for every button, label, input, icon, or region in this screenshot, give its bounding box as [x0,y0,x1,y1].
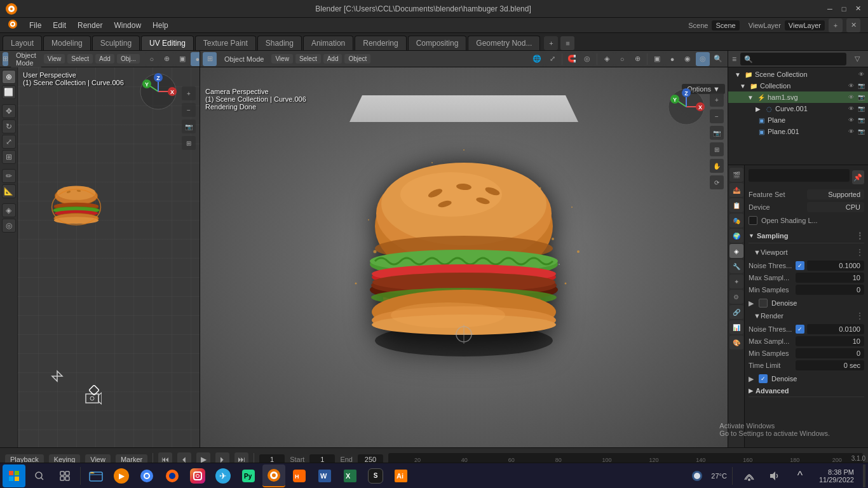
advanced-section-header[interactable]: ▶ Advanced [749,385,864,397]
collection-visibility-icon[interactable]: 👁 [846,81,855,90]
left-view-menu[interactable]: View [44,54,65,64]
taskbar-telegram-button[interactable]: ✈ [212,464,234,487]
render-menu-icon[interactable]: ⋮ [855,311,864,321]
left-object-mode-dropdown[interactable]: Object Mode [11,51,41,68]
properties-pin-icon[interactable]: 📌 [852,170,864,184]
render-min-samples-value[interactable]: 0 [796,348,864,358]
render-camera-view-icon[interactable]: 📷 [710,126,724,140]
taskbar-houdini-button[interactable]: H [288,464,311,487]
center-select-menu[interactable]: Select [295,54,321,64]
curve001-render-icon[interactable]: 📷 [857,104,865,113]
taskbar-chevron-icon[interactable]: ^ [789,464,811,487]
render-orbit-icon[interactable]: ⟳ [710,175,724,189]
tab-uv-editing[interactable]: UV Editing [141,36,194,50]
viewport-subsection-header[interactable]: ▼ Viewport ⋮ [749,246,864,259]
taskbar-firefox-button[interactable] [161,464,184,487]
max-samples-value[interactable]: 10 [796,273,864,283]
center-object-menu[interactable]: Object [344,54,370,64]
prop-data-icon[interactable]: 📊 [729,320,743,334]
collection-render-icon[interactable]: 📷 [857,81,865,90]
min-samples-value[interactable]: 0 [796,285,864,295]
center-mat-icon[interactable]: ◉ [681,52,695,66]
plane-visibility-icon[interactable]: 👁 [846,116,855,125]
prop-particles-icon[interactable]: ✦ [729,274,743,288]
add-object-button[interactable]: ◎ [2,219,16,233]
sampling-menu-icon[interactable]: ⋮ [855,231,864,241]
feature-set-dropdown[interactable]: Supported [807,189,864,200]
center-proportional-icon[interactable]: ◎ [580,52,594,66]
render-noise-threshold-value[interactable]: 0.0100 [807,324,864,334]
scene-collection-visibility-icon[interactable]: 👁 [857,70,865,79]
render-subsection-header[interactable]: ▼ Render ⋮ [749,309,864,322]
prop-constraints-icon[interactable]: 🔗 [729,305,743,319]
transform-tool-button[interactable]: ⊞ [2,150,16,164]
taskbar-explorer-button[interactable] [85,464,107,487]
left-camera-view-icon[interactable]: 📷 [182,119,196,133]
prop-world-icon[interactable]: 🌍 [729,229,743,243]
taskbar-network-icon[interactable] [738,464,761,487]
maximize-button[interactable]: □ [839,4,849,14]
plane001-visibility-icon[interactable]: 👁 [846,127,855,136]
menu-file[interactable]: File [24,20,46,31]
center-search-icon[interactable]: 🔍 [711,52,725,66]
center-overlay-icon[interactable]: ○ [615,52,629,66]
menu-edit[interactable]: Edit [48,20,71,31]
taskbar-excel-button[interactable]: X [339,464,362,487]
tab-rendering[interactable]: Rendering [355,36,406,50]
windows-start-button[interactable] [3,464,25,487]
taskbar-spline-button[interactable]: S [364,464,387,487]
close-button[interactable]: ✕ [853,4,863,14]
denoise-render-row[interactable]: ▶ ✓ Denoise [749,372,864,385]
left-vp-gizmo-icon[interactable]: ⊕ [160,52,174,66]
sampling-section-header[interactable]: ▼ Sampling ⋮ [749,229,864,243]
tab-shading[interactable]: Shading [257,36,302,50]
render-zoom-out-icon[interactable]: − [710,109,724,123]
plane001-render-icon[interactable]: 📷 [857,127,865,136]
viewlayer-dropdown[interactable]: ViewLayer [785,20,825,30]
taskbar-volume-icon[interactable] [763,464,786,487]
outliner-item-ham1svg[interactable]: ▼ ⚡ ham1.svg 👁 📷 [728,92,868,103]
left-vp-shading-solid-icon[interactable]: ● [191,52,200,66]
scene-dropdown[interactable]: Scene [712,20,739,30]
outliner-filter-icon[interactable]: ▽ [850,52,864,66]
left-zoom-out-icon[interactable]: − [182,103,196,117]
taskbar-weather-icon[interactable] [686,464,709,487]
tab-modeling[interactable]: Modeling [43,36,91,50]
outliner-item-collection[interactable]: ▼ 📁 Collection 👁 📷 [728,80,868,92]
taskbar-illustrator-button[interactable]: Ai [390,464,412,487]
tab-compositing[interactable]: Compositing [408,36,467,50]
viewlayer-add-icon[interactable]: + [829,18,843,32]
prop-object-icon[interactable]: ◈ [729,244,743,258]
center-wire-icon[interactable]: ▣ [650,52,664,66]
move-tool-button[interactable]: ✥ [2,104,16,118]
noise-threshold-value[interactable]: 0.1000 [807,261,864,271]
prop-scene-icon[interactable]: 🎭 [729,214,743,227]
prop-render-icon[interactable]: 🎬 [729,168,743,182]
measure-tool-button[interactable]: 📐 [2,184,16,198]
select-box-button[interactable]: ⬜ [2,85,16,99]
taskbar-chrome-button[interactable] [135,464,158,487]
denoise-viewport-row[interactable]: ▶ Denoise [749,297,864,309]
annotate-tool-button[interactable]: ✏ [2,169,16,183]
prop-material-icon[interactable]: 🎨 [729,336,743,349]
left-frame-all-icon[interactable]: ⊞ [182,136,196,150]
left-zoom-in-icon[interactable]: + [182,86,196,100]
center-viewport-global-icon[interactable]: 🌐 [530,52,544,66]
taskbar-clock[interactable]: 8:38 PM 11/29/2022 [814,468,859,484]
left-mode-dropdown[interactable]: ⊞ [3,52,8,66]
outliner-item-curve001[interactable]: ▶ ◌ Curve.001 👁 📷 [728,103,868,114]
rotate-tool-button[interactable]: ↻ [2,119,16,133]
denoise-viewport-checkbox[interactable] [759,299,768,308]
time-limit-value[interactable]: 0 sec [796,360,864,370]
ham1svg-render-icon[interactable]: 📷 [857,93,865,102]
center-view-menu[interactable]: View [271,54,293,64]
outliner-search-input[interactable] [740,53,846,65]
tab-texture-paint[interactable]: Texture Paint [195,36,256,50]
taskbar-pycharm-button[interactable]: Py [237,464,260,487]
center-object-mode-dropdown[interactable]: Object Mode [219,54,269,64]
denoise-render-checkbox[interactable]: ✓ [759,374,768,383]
minimize-button[interactable]: ─ [825,4,835,14]
taskbar-instagram-button[interactable] [186,464,209,487]
center-gizmo-icon[interactable]: ⊕ [630,52,644,66]
device-dropdown[interactable]: CPU [807,202,864,212]
